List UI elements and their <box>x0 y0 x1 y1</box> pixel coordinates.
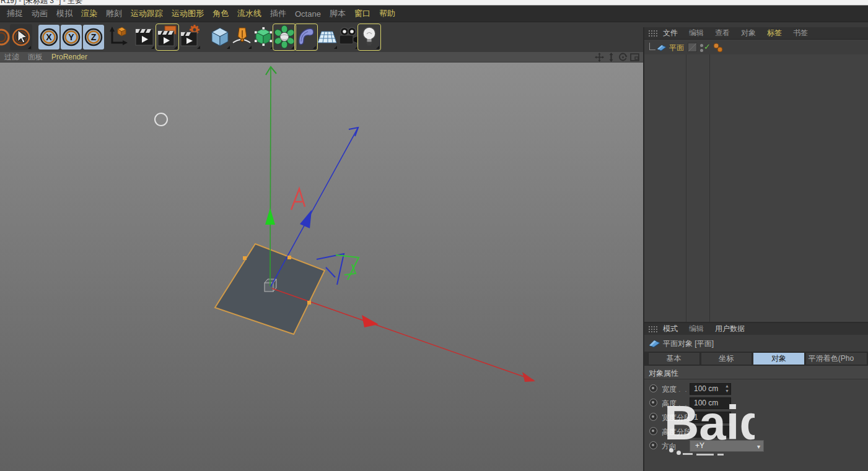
om-menu-file[interactable]: 文件 <box>657 28 683 38</box>
am-menu-mode[interactable]: 模式 <box>657 324 683 334</box>
width-segments-input[interactable]: 1 <box>690 412 731 423</box>
om-menu-view[interactable]: 查看 <box>709 28 735 38</box>
height-input[interactable]: 100 cm <box>690 397 731 409</box>
light-icon[interactable] <box>358 24 380 50</box>
keyframe-circle-icon[interactable] <box>649 413 657 421</box>
om-menu-objects[interactable]: 对象 <box>735 28 761 38</box>
flyout-triangle <box>376 46 379 49</box>
viewport-menubar: 过滤 面板 ProRender <box>0 52 644 63</box>
spline-pen-icon[interactable] <box>230 24 253 50</box>
axis-a-glyph <box>291 189 305 210</box>
floor-environment-icon[interactable] <box>316 24 338 50</box>
x-axis-arrowhead <box>522 372 535 382</box>
window-titlebar: R19) - [未标题 3 *] - 主要 <box>0 0 868 6</box>
menu-help[interactable]: 帮助 <box>375 8 400 19</box>
spinner-icon[interactable]: ▲▼ <box>725 384 729 394</box>
select-tool-icon[interactable] <box>10 24 32 50</box>
menu-plugins[interactable]: 插件 <box>266 8 291 19</box>
viewport-nav-icons <box>594 53 639 62</box>
menu-sculpt[interactable]: 雕刻 <box>102 8 126 19</box>
menu-snap[interactable]: 捕捉 <box>2 8 27 19</box>
render-to-picture-viewer-icon[interactable] <box>156 24 178 50</box>
tab-basic[interactable]: 基本 <box>648 352 700 365</box>
z-axis-line <box>271 127 358 287</box>
coordinate-system-icon[interactable] <box>107 24 129 50</box>
viewport-canvas[interactable] <box>0 63 644 471</box>
primitive-cube-icon[interactable] <box>209 24 231 50</box>
x-letter: X <box>46 32 52 42</box>
watermark-dash <box>683 453 693 455</box>
menu-animation[interactable]: 动画 <box>27 8 52 19</box>
width-input[interactable]: 100 cm ▲▼ <box>690 383 731 395</box>
keyframe-circle-icon[interactable] <box>649 427 657 435</box>
viewport-menu-prorender[interactable]: ProRender <box>47 53 92 61</box>
am-menu-userdata[interactable]: 用户数据 <box>709 324 750 334</box>
tab-object[interactable]: 对象 <box>753 352 805 365</box>
plane-object-icon <box>648 339 660 348</box>
main-menubar: 捕捉 动画 模拟 渲染 雕刻 运动跟踪 运动图形 角色 流水线 插件 Octan… <box>0 6 868 22</box>
attr-label: 高度分段 <box>662 428 691 436</box>
lock-z-axis-button[interactable]: Z <box>83 25 104 50</box>
flyout-triangle <box>174 46 177 49</box>
render-settings-icon[interactable] <box>179 24 201 50</box>
attr-row-height: 高度 . . . 100 cm <box>644 396 868 410</box>
edge-handle <box>243 256 247 260</box>
mograph-cloner-icon[interactable] <box>273 24 296 50</box>
attribute-object-title: 平面对象 [平面] <box>663 339 714 349</box>
editor-visibility-dot[interactable] <box>700 44 703 47</box>
camera-icon[interactable] <box>337 24 359 50</box>
menu-pipeline[interactable]: 流水线 <box>233 8 266 19</box>
keyframe-circle-icon[interactable] <box>649 441 657 449</box>
layer-swatch[interactable] <box>688 43 697 52</box>
object-row-plane[interactable]: 平面 ✓ <box>644 40 868 54</box>
menu-script[interactable]: 脚本 <box>325 8 350 19</box>
viewport-menu-panel[interactable]: 面板 <box>24 52 47 63</box>
zoom-view-icon[interactable] <box>606 53 616 62</box>
pan-view-icon[interactable] <box>594 53 604 62</box>
menu-octane[interactable]: Octane <box>291 9 325 19</box>
tab-coordinates[interactable]: 坐标 <box>701 352 753 365</box>
om-menu-edit[interactable]: 编辑 <box>683 28 709 38</box>
window-title: R19) - [未标题 3 *] - 主要 <box>0 0 868 6</box>
attr-row-width: 宽度 . . . 100 cm ▲▼ <box>644 382 868 396</box>
flyout-triangle <box>151 46 154 49</box>
hierarchy-elbow <box>649 43 655 50</box>
tab-phong[interactable]: 平滑着色(Pho <box>805 352 867 365</box>
y-axis-line <box>270 67 271 286</box>
menu-motion-tracker[interactable]: 运动跟踪 <box>126 8 167 19</box>
deformer-icon[interactable] <box>295 24 317 50</box>
rotate-view-icon[interactable] <box>618 53 628 62</box>
object-name[interactable]: 平面 <box>669 43 684 53</box>
render-visibility-dot[interactable] <box>700 49 703 52</box>
attr-label: 宽度 <box>662 385 677 394</box>
object-manager-body[interactable] <box>644 54 868 323</box>
toggle-view-icon[interactable] <box>629 53 639 62</box>
height-segments-input[interactable] <box>690 426 731 438</box>
keyframe-circle-icon[interactable] <box>649 399 657 407</box>
grip-handle-icon[interactable] <box>648 326 657 332</box>
am-menu-edit[interactable]: 编辑 <box>683 324 709 334</box>
subdivision-surface-icon[interactable] <box>252 24 274 50</box>
column-divider <box>709 54 710 322</box>
menu-simulation[interactable]: 模拟 <box>52 8 77 19</box>
y-letter: Y <box>68 32 74 42</box>
section-title: 对象属性 <box>649 368 678 379</box>
viewport-menu-filter[interactable]: 过滤 <box>0 52 24 63</box>
render-view-icon[interactable] <box>133 24 156 50</box>
y-axis-move-handle <box>265 208 275 225</box>
grip-handle-icon[interactable] <box>648 30 657 37</box>
enabled-check[interactable]: ✓ <box>704 42 711 51</box>
menu-window[interactable]: 窗口 <box>350 8 375 19</box>
orientation-dropdown[interactable]: +Y ▾ <box>690 440 764 452</box>
lock-x-axis-button[interactable]: X <box>38 25 59 50</box>
menu-character[interactable]: 角色 <box>208 8 233 19</box>
menu-render[interactable]: 渲染 <box>77 8 102 19</box>
om-menu-bookmarks[interactable]: 书签 <box>787 28 813 38</box>
phong-tag-icon[interactable] <box>712 43 724 53</box>
menu-mograph[interactable]: 运动图形 <box>167 8 208 19</box>
lock-y-axis-button[interactable]: Y <box>61 25 82 50</box>
right-panel: 文件 编辑 查看 对象 标签 书签 平面 ✓ <box>644 27 868 471</box>
om-menu-tags[interactable]: 标签 <box>761 28 787 38</box>
z-axis-arrowhead <box>349 127 358 136</box>
keyframe-circle-icon[interactable] <box>649 384 657 392</box>
